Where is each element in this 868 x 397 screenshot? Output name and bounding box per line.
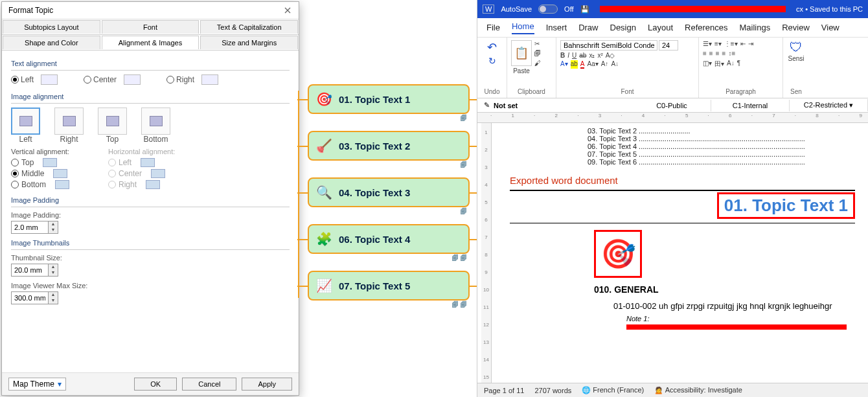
shrink-font-icon[interactable]: A↓: [611, 60, 619, 69]
tab-alignment-images[interactable]: Alignment & Images: [102, 36, 200, 49]
copy-icon[interactable]: 🗐: [534, 50, 541, 57]
doc-note-line: Note 1:: [510, 315, 855, 330]
class-c0[interactable]: C0-Public: [633, 100, 711, 111]
numbering-icon[interactable]: ≡▾: [714, 40, 722, 47]
italic-button[interactable]: I: [567, 52, 569, 59]
bold-button[interactable]: B: [560, 52, 565, 59]
horizontal-ruler[interactable]: · 1 · 2 · 3 · 4 · 5 · 6 · 7 · 8 · 9 · 10…: [477, 113, 868, 123]
grow-font-icon[interactable]: A↑: [601, 60, 609, 69]
tabs-row-2: Shape and Color Alignment & Images Size …: [2, 35, 299, 51]
font-name-select[interactable]: [560, 40, 657, 51]
thumbnail-size-input[interactable]: [11, 264, 49, 277]
menu-home[interactable]: Home: [512, 21, 534, 34]
redo-icon[interactable]: ↻: [488, 56, 496, 66]
strike-button[interactable]: ab: [579, 52, 586, 59]
multilevel-icon[interactable]: ⋮≡▾: [724, 40, 738, 47]
save-icon[interactable]: 💾: [580, 5, 589, 14]
highlight-icon[interactable]: ab: [571, 60, 578, 69]
topic-card-2[interactable]: 🪠03. Topic Text 26🗐: [308, 131, 470, 161]
menu-layout[interactable]: Layout: [648, 23, 673, 32]
viewer-up[interactable]: ▲: [49, 292, 58, 298]
shading-icon[interactable]: ◫▾: [703, 60, 712, 69]
radio-text-left[interactable]: Left: [11, 74, 58, 85]
ok-button[interactable]: OK: [134, 378, 177, 391]
inc-indent-icon[interactable]: ⇥: [748, 40, 753, 47]
undo-icon[interactable]: ↶: [487, 40, 497, 54]
accessibility-status[interactable]: 🙍 Accessibility: Investigate: [654, 386, 742, 394]
justify-icon[interactable]: ≡: [722, 50, 726, 57]
topic-card-4[interactable]: 🧩06. Topic Text 421🗐 🗐: [308, 224, 470, 254]
dec-indent-icon[interactable]: ⇤: [740, 40, 746, 47]
topic-card-1[interactable]: 🎯01. Topic Text 115🗐: [308, 84, 470, 114]
change-case-icon[interactable]: Aa▾: [587, 60, 598, 69]
menu-references[interactable]: References: [685, 23, 727, 32]
toc-line-5: 07. Topic Text 5 .......................…: [510, 150, 855, 158]
line-spacing-icon[interactable]: ↕≡: [728, 50, 735, 57]
menu-file[interactable]: File: [486, 23, 500, 32]
superscript-button[interactable]: x²: [597, 52, 602, 59]
tab-font[interactable]: Font: [102, 20, 200, 34]
img-align-bottom[interactable]: [141, 108, 170, 135]
radio-v-bottom[interactable]: Bottom: [11, 180, 69, 189]
sort-icon[interactable]: A↓: [727, 60, 735, 69]
align-left-icon[interactable]: ≡: [703, 50, 707, 57]
cancel-button[interactable]: Cancel: [182, 378, 236, 391]
autosave-toggle[interactable]: [538, 5, 558, 14]
menu-draw[interactable]: Draw: [578, 23, 598, 32]
map-theme-dropdown[interactable]: Map Theme▾: [8, 378, 66, 391]
topic-card-5[interactable]: 📈07. Topic Text 59🗐 🗐: [308, 271, 470, 301]
paste-button[interactable]: 📋: [511, 40, 532, 66]
underline-button[interactable]: U: [572, 52, 577, 59]
padding-up[interactable]: ▲: [49, 221, 58, 227]
radio-text-center[interactable]: Center: [84, 74, 141, 85]
cut-icon[interactable]: ✂: [534, 40, 541, 47]
align-center-icon: [124, 74, 141, 85]
tab-text-capitalization[interactable]: Text & Capitalization: [200, 20, 298, 34]
align-left-icon: [41, 74, 58, 85]
image-padding-input[interactable]: [11, 221, 49, 234]
tab-size-margins[interactable]: Size and Margins: [200, 36, 298, 49]
class-c1[interactable]: C1-Internal: [711, 100, 790, 111]
radio-text-right[interactable]: Right: [166, 74, 218, 85]
menu-mailings[interactable]: Mailings: [740, 23, 771, 32]
align-right-icon[interactable]: ≡: [716, 50, 720, 57]
vertical-ruler[interactable]: 123456789101112131415: [481, 123, 492, 383]
viewer-max-input[interactable]: [11, 291, 49, 304]
page-status[interactable]: Page 1 of 11: [484, 387, 524, 394]
tab-shape-color[interactable]: Shape and Color: [3, 36, 100, 49]
radio-v-top[interactable]: Top: [11, 158, 69, 167]
menu-view[interactable]: View: [821, 23, 839, 32]
img-align-left[interactable]: [11, 108, 40, 135]
close-icon[interactable]: [283, 6, 292, 15]
radio-v-middle[interactable]: Middle: [11, 169, 69, 178]
class-c2[interactable]: C2-Restricted ▾: [790, 99, 868, 111]
subscript-button[interactable]: x₂: [589, 52, 595, 59]
word-count[interactable]: 2707 words: [534, 387, 571, 394]
menu-design[interactable]: Design: [610, 23, 636, 32]
format-painter-icon[interactable]: 🖌: [534, 60, 541, 67]
sensitivity-icon[interactable]: 🛡: [790, 40, 803, 54]
menu-review[interactable]: Review: [782, 23, 810, 32]
padding-down[interactable]: ▼: [49, 227, 58, 233]
language-status[interactable]: 🌐 French (France): [582, 386, 644, 394]
document-area[interactable]: 123456789101112131415 03. Topic Text 2 .…: [477, 123, 868, 383]
img-align-right[interactable]: [54, 108, 84, 135]
topic-card-3[interactable]: 🔍04. Topic Text 328🗐: [308, 177, 470, 207]
tab-subtopics-layout[interactable]: Subtopics Layout: [3, 20, 100, 34]
apply-button[interactable]: Apply: [242, 378, 292, 391]
thumb-down[interactable]: ▼: [49, 270, 58, 276]
show-marks-icon[interactable]: ¶: [737, 60, 740, 69]
font-size-select[interactable]: [659, 40, 678, 51]
align-center-icon[interactable]: ≡: [709, 50, 713, 57]
font-color-icon[interactable]: A: [580, 60, 585, 69]
radio-h-left: Left: [108, 158, 175, 167]
borders-icon[interactable]: 田▾: [714, 60, 724, 69]
img-align-top[interactable]: [98, 108, 127, 135]
thumb-up[interactable]: ▲: [49, 264, 58, 270]
menu-insert[interactable]: Insert: [546, 23, 567, 32]
clear-format-icon[interactable]: A◇: [606, 52, 615, 59]
viewer-down[interactable]: ▼: [49, 298, 58, 304]
text-effects-icon[interactable]: A▾: [560, 60, 568, 69]
bullets-icon[interactable]: ☰▾: [703, 40, 712, 47]
valign-bottom-icon: [55, 180, 69, 189]
